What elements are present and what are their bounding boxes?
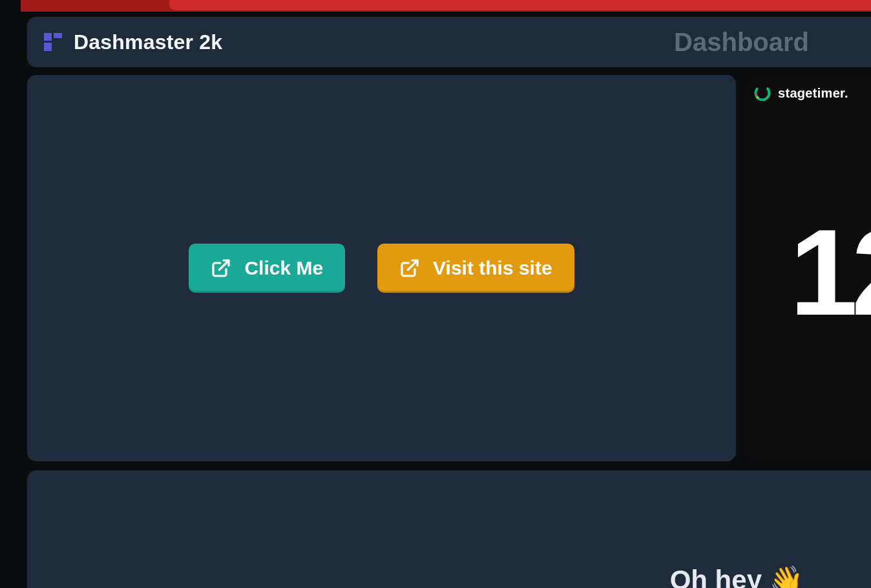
stagetimer-logo-icon bbox=[753, 84, 771, 102]
alert-strip bbox=[21, 0, 871, 12]
click-me-button[interactable]: Click Me bbox=[189, 244, 345, 293]
brand-title: Dashmaster 2k bbox=[74, 30, 222, 54]
wave-hand-icon: 👋 bbox=[770, 564, 803, 588]
main-panel: Click Me Visit this site bbox=[27, 75, 736, 461]
brand-logo-icon bbox=[44, 33, 62, 51]
alert-strip-inner bbox=[169, 0, 871, 10]
brand[interactable]: Dashmaster 2k bbox=[44, 30, 222, 54]
stagetimer-big-number: 12 bbox=[790, 211, 871, 333]
external-link-icon bbox=[399, 258, 420, 278]
click-me-label: Click Me bbox=[244, 258, 323, 278]
svg-point-2 bbox=[753, 84, 771, 102]
svg-point-3 bbox=[755, 94, 757, 96]
external-link-icon bbox=[211, 258, 231, 278]
greeting-text: Oh hey 👋 bbox=[670, 564, 803, 588]
svg-line-0 bbox=[220, 260, 229, 270]
bottom-panel: Oh hey 👋 bbox=[27, 470, 871, 588]
visit-site-label: Visit this site bbox=[433, 258, 552, 278]
svg-line-1 bbox=[408, 260, 417, 270]
greeting-label: Oh hey bbox=[670, 565, 762, 589]
stagetimer-name: stagetimer. bbox=[778, 86, 848, 101]
stagetimer-header: stagetimer. bbox=[753, 84, 848, 102]
stagetimer-widget: stagetimer. 12 bbox=[744, 75, 871, 461]
visit-site-button[interactable]: Visit this site bbox=[377, 244, 574, 293]
app-header: Dashmaster 2k Dashboard bbox=[27, 17, 871, 67]
svg-point-4 bbox=[757, 96, 759, 99]
page-title: Dashboard bbox=[674, 28, 854, 57]
